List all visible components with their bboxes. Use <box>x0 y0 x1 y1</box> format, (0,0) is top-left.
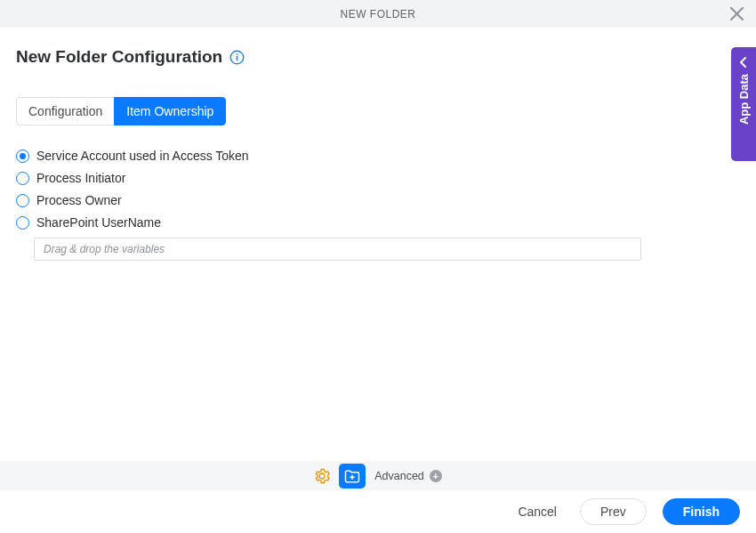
close-button[interactable] <box>728 5 745 23</box>
tab-label: Item Ownership <box>126 104 213 118</box>
advanced-toggle[interactable]: Advanced + <box>374 470 442 482</box>
radio-label: SharePoint UserName <box>36 215 161 230</box>
plus-circle-icon: + <box>430 470 442 482</box>
advanced-label: Advanced <box>374 470 424 482</box>
radio-option-service-account[interactable]: Service Account used in Access Token <box>16 149 740 163</box>
button-label: Finish <box>683 505 720 519</box>
tab-label: Configuration <box>28 104 102 118</box>
chevron-left-icon <box>739 56 748 69</box>
cancel-button[interactable]: Cancel <box>511 501 564 522</box>
bottom-toolbar: Advanced + <box>0 461 756 490</box>
page-title: New Folder Configuration <box>16 47 222 67</box>
dialog-body: New Folder Configuration Configuration I… <box>0 28 756 261</box>
radio-label: Service Account used in Access Token <box>36 149 249 163</box>
radio-option-process-owner[interactable]: Process Owner <box>16 193 740 207</box>
svg-point-1 <box>237 53 238 55</box>
dialog-title: NEW FOLDER <box>340 8 415 20</box>
gear-icon[interactable] <box>314 468 330 484</box>
variables-placeholder: Drag & drop the variables <box>44 243 165 255</box>
radio-label: Process Owner <box>36 193 122 207</box>
variables-input[interactable]: Drag & drop the variables <box>34 238 641 261</box>
radio-icon <box>16 194 29 207</box>
tabs: Configuration Item Ownership <box>16 97 740 125</box>
ownership-radio-group: Service Account used in Access Token Pro… <box>16 149 740 261</box>
prev-button[interactable]: Prev <box>580 498 647 525</box>
new-folder-button[interactable] <box>339 464 366 489</box>
dialog-footer: Cancel Prev Finish <box>0 490 756 533</box>
radio-option-process-initiator[interactable]: Process Initiator <box>16 171 740 185</box>
side-panel-label: App Data <box>737 74 751 125</box>
dialog-header: NEW FOLDER <box>0 0 756 28</box>
info-icon[interactable] <box>229 50 245 65</box>
radio-icon <box>16 149 29 163</box>
tab-configuration[interactable]: Configuration <box>16 97 114 125</box>
radio-option-sharepoint-username[interactable]: SharePoint UserName <box>16 215 740 230</box>
svg-rect-2 <box>237 56 238 61</box>
radio-icon <box>16 172 29 185</box>
finish-button[interactable]: Finish <box>663 498 740 525</box>
radio-icon <box>16 216 29 230</box>
side-panel-app-data[interactable]: App Data <box>731 47 756 161</box>
folder-plus-icon <box>343 468 361 484</box>
tab-item-ownership[interactable]: Item Ownership <box>114 97 226 125</box>
button-label: Cancel <box>518 505 557 519</box>
button-label: Prev <box>600 505 626 519</box>
radio-label: Process Initiator <box>36 171 125 185</box>
close-icon <box>730 7 744 20</box>
page-title-row: New Folder Configuration <box>16 47 740 67</box>
